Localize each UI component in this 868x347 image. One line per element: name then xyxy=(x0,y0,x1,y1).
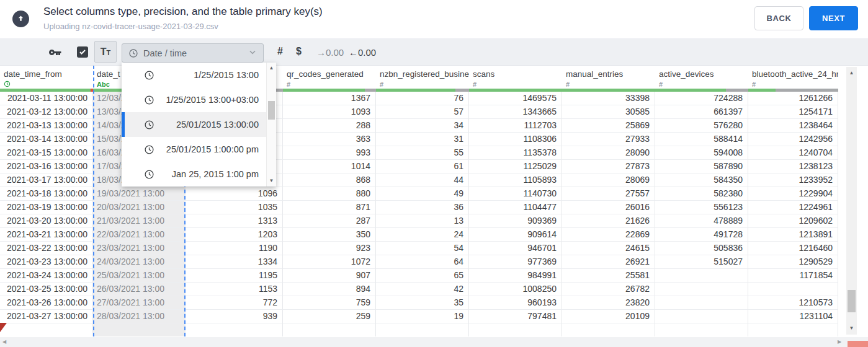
table-cell: 661397 xyxy=(655,105,748,119)
back-button[interactable]: BACK xyxy=(754,6,803,30)
table-cell: 1254171 xyxy=(748,105,838,119)
scroll-right-icon[interactable]: ▶ xyxy=(838,339,841,345)
decimal-increase-button[interactable]: →0.00 xyxy=(316,47,344,58)
table-cell: 1105893 xyxy=(469,174,562,187)
table-cell: 1072 xyxy=(283,255,376,269)
column-header-bluetooth_active_24_hr_[interactable]: bluetooth_active_24_hr_ xyxy=(748,65,838,79)
table-cell: 1213891 xyxy=(748,228,838,242)
csv-import-window: Select columns type, precision, and the … xyxy=(0,0,868,347)
table-cell: 871 xyxy=(283,201,376,214)
table-cell: 1343665 xyxy=(469,105,562,119)
table-cell: 28069 xyxy=(562,174,655,187)
column-type-indicator xyxy=(0,79,93,89)
table-cell: 2021-03-25 13:00:00 xyxy=(0,283,93,296)
number-type-button[interactable]: # xyxy=(277,46,283,57)
table-cell: 26921 xyxy=(562,255,655,269)
table-cell xyxy=(93,323,186,336)
table-cell xyxy=(283,323,376,336)
column-header-qr_codes_generated[interactable]: qr_codes_generated xyxy=(283,65,376,79)
table-cell: 21/03/2021 13:00 xyxy=(93,214,186,228)
table-cell: 24/03/2021 13:00 xyxy=(93,255,186,269)
table-cell: 27557 xyxy=(562,187,655,201)
table-cell: 946701 xyxy=(469,242,562,255)
table-cell: 759 xyxy=(283,296,376,310)
table-cell: 287 xyxy=(283,214,376,228)
scroll-down-icon[interactable]: ▼ xyxy=(267,177,276,185)
table-cell: 24615 xyxy=(562,242,655,255)
table-cell: 21626 xyxy=(562,214,655,228)
table-cell: 259 xyxy=(283,310,376,323)
table-cell: 350 xyxy=(283,228,376,242)
scrollbar-thumb[interactable] xyxy=(268,101,275,120)
table-cell: 1290529 xyxy=(748,255,838,269)
table-cell: 993 xyxy=(283,146,376,160)
table-cell: 2021-03-12 13:00:00 xyxy=(0,105,93,119)
clock-icon xyxy=(144,120,154,130)
scroll-down-icon[interactable]: ▼ xyxy=(846,323,857,333)
table-cell: 584350 xyxy=(655,174,748,187)
table-cell: 2021-03-20 13:00:00 xyxy=(0,214,93,228)
table-cell: 27933 xyxy=(562,133,655,146)
dropdown-option[interactable]: 1/25/2015 13:00+03:00 xyxy=(122,87,276,112)
column-type-indicator: # xyxy=(376,79,469,89)
dropdown-option[interactable]: 25/01/2015 13:00:00 xyxy=(122,112,276,137)
column-type-indicator: # xyxy=(469,79,562,89)
table-cell xyxy=(562,323,655,336)
table-cell: 1469575 xyxy=(469,92,562,105)
clock-icon xyxy=(144,70,154,81)
text-type-button[interactable]: Tt xyxy=(94,41,117,63)
table-cell: 556123 xyxy=(655,201,748,214)
table-cell: 1229904 xyxy=(748,187,838,201)
scroll-up-icon[interactable]: ▲ xyxy=(846,68,857,78)
dropdown-selected-label: Date / time xyxy=(143,48,187,58)
decimal-decrease-button[interactable]: ←0.00 xyxy=(349,47,376,58)
table-cell xyxy=(469,323,562,336)
table-cell: 1240704 xyxy=(748,146,838,160)
table-cell: 31 xyxy=(376,133,469,146)
table-cell: 22869 xyxy=(562,228,655,242)
table-cell: 587890 xyxy=(655,160,748,174)
scroll-left-icon[interactable]: ◀ xyxy=(2,339,6,345)
column-header-date_time_from[interactable]: date_time_from xyxy=(0,65,93,79)
primary-key-icon[interactable] xyxy=(47,45,62,62)
currency-type-button[interactable]: $ xyxy=(296,46,302,57)
column-header-scans[interactable]: scans xyxy=(469,65,562,79)
table-cell: 1171854 xyxy=(748,269,838,283)
table-cell: 23820 xyxy=(562,296,655,310)
dropdown-option[interactable]: Jan 25, 2015 1:00 pm xyxy=(122,162,276,187)
table-cell: 1216460 xyxy=(748,242,838,255)
column-header-active_devices[interactable]: active_devices xyxy=(655,65,748,79)
table-cell: 19/03/2021 13:00 xyxy=(93,187,186,201)
table-cell: 977369 xyxy=(469,255,562,269)
table-cell: 594008 xyxy=(655,146,748,160)
dropdown-option[interactable]: 1/25/2015 13:00 xyxy=(122,63,276,87)
table-cell: 582380 xyxy=(655,187,748,201)
next-button[interactable]: NEXT xyxy=(809,6,858,30)
table-cell: 2021-03-18 13:00:00 xyxy=(0,187,93,201)
table-cell: 1108306 xyxy=(469,133,562,146)
table-cell: 772 xyxy=(186,296,283,310)
table-cell xyxy=(186,323,283,336)
table-cell: 27/03/2021 13:00 xyxy=(93,296,186,310)
table-cell: 984991 xyxy=(469,269,562,283)
dropdown-scrollbar[interactable]: ▲ ▼ xyxy=(266,63,276,187)
checked-checkbox-icon[interactable] xyxy=(77,46,88,58)
dropdown-option[interactable]: 25/01/2015 1:00:00 pm xyxy=(122,137,276,162)
table-cell: 868 xyxy=(283,174,376,187)
horizontal-scrollbar[interactable]: ◀ ▶ xyxy=(0,337,868,347)
column-header-manual_entries[interactable]: manual_entries xyxy=(562,65,655,79)
scrollbar-thumb[interactable] xyxy=(848,290,856,312)
table-cell: 478889 xyxy=(655,214,748,228)
table-cell: 20109 xyxy=(562,310,655,323)
column-header-nzbn_registered_busine[interactable]: nzbn_registered_busine xyxy=(376,65,469,79)
table-cell: 2021-03-21 13:00:00 xyxy=(0,228,93,242)
scroll-up-icon[interactable]: ▲ xyxy=(267,64,276,72)
datetime-type-dropdown[interactable]: Date / time xyxy=(122,43,264,63)
table-cell xyxy=(0,323,93,336)
table-cell xyxy=(748,323,838,336)
table-cell: 44 xyxy=(376,174,469,187)
table-cell: 2021-03-27 13:00:00 xyxy=(0,310,93,323)
vertical-scrollbar[interactable]: ▲ ▼ xyxy=(846,67,857,335)
table-cell: 64 xyxy=(376,255,469,269)
table-cell: 1104477 xyxy=(469,201,562,214)
